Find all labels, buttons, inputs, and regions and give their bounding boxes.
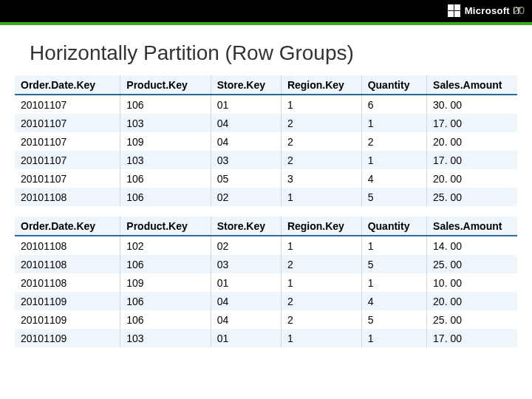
table-cell: 20101109	[15, 329, 120, 347]
row-group-1: Order.Date.KeyProduct.KeyStore.KeyRegion…	[15, 75, 517, 206]
table-cell: 1	[361, 273, 426, 292]
table-cell: 106	[120, 292, 211, 310]
table-cell: 03	[211, 255, 281, 273]
table-cell: 103	[120, 329, 211, 347]
table-cell: 106	[120, 255, 211, 273]
table-cell: 25. 00	[427, 310, 517, 329]
table-cell: 2	[281, 132, 361, 151]
table-cell: 5	[361, 255, 426, 273]
table-cell: 20101107	[15, 151, 120, 169]
table-cell: 106	[120, 169, 211, 188]
table-cell: 30. 00	[427, 95, 517, 114]
table-cell: 1	[361, 236, 426, 255]
table-cell: 04	[211, 114, 281, 132]
table-cell: 01	[211, 329, 281, 347]
table-row: 20101109106042525. 00	[15, 310, 517, 329]
table-cell: 20101107	[15, 114, 120, 132]
table-cell: 20101107	[15, 132, 120, 151]
column-header: Sales.Amount	[427, 216, 517, 236]
column-header: Product.Key	[120, 216, 211, 236]
table-cell: 01	[211, 95, 281, 114]
table-cell: 2	[281, 151, 361, 169]
table-cell: 02	[211, 236, 281, 255]
table-row: 20101107103032117. 00	[15, 151, 517, 169]
table-cell: 102	[120, 236, 211, 255]
table-cell: 20101109	[15, 292, 120, 310]
column-header: Region.Key	[281, 75, 361, 95]
table-container: Order.Date.KeyProduct.KeyStore.KeyRegion…	[0, 75, 532, 347]
column-header: Region.Key	[281, 216, 361, 236]
top-bar: Microsoft IT 20	[0, 0, 532, 25]
group-gap	[15, 206, 517, 216]
table-cell: 02	[211, 188, 281, 206]
table-cell: 20. 00	[427, 132, 517, 151]
column-header: Sales.Amount	[427, 75, 517, 95]
table-cell: 1	[281, 273, 361, 292]
table-cell: 25. 00	[427, 255, 517, 273]
table-cell: 14. 00	[427, 236, 517, 255]
table-cell: 106	[120, 188, 211, 206]
row-group-2: Order.Date.KeyProduct.KeyStore.KeyRegion…	[15, 216, 517, 347]
table-cell: 1	[281, 329, 361, 347]
table-row: 20101109103011117. 00	[15, 329, 517, 347]
table-cell: 20101108	[15, 273, 120, 292]
table-cell: 2	[281, 310, 361, 329]
windows-icon	[448, 4, 460, 17]
column-header: Order.Date.Key	[15, 75, 120, 95]
table-cell: 20101108	[15, 188, 120, 206]
table-cell: 106	[120, 95, 211, 114]
table-cell: 17. 00	[427, 329, 517, 347]
table-cell: 5	[361, 188, 426, 206]
table-cell: 05	[211, 169, 281, 188]
table-cell: 04	[211, 292, 281, 310]
column-header: Store.Key	[211, 216, 281, 236]
table-row: 20101107106053420. 00	[15, 169, 517, 188]
table-cell: 20. 00	[427, 292, 517, 310]
table-cell: 20. 00	[427, 169, 517, 188]
table-cell: 1	[281, 95, 361, 114]
table-cell: 109	[120, 132, 211, 151]
column-header: Order.Date.Key	[15, 216, 120, 236]
table-cell: 20101108	[15, 236, 120, 255]
table-cell: 2	[361, 132, 426, 151]
column-header: Store.Key	[211, 75, 281, 95]
table-row: 20101108109011110. 00	[15, 273, 517, 292]
table-cell: 103	[120, 151, 211, 169]
table-cell: 1	[361, 151, 426, 169]
column-header: Product.Key	[120, 75, 211, 95]
table-cell: 1	[361, 329, 426, 347]
table-cell: 10. 00	[427, 273, 517, 292]
brand-logo: Microsoft IT	[448, 4, 522, 17]
table-cell: 25. 00	[427, 188, 517, 206]
table-cell: 4	[361, 292, 426, 310]
table-cell: 4	[361, 169, 426, 188]
table-cell: 04	[211, 132, 281, 151]
table-cell: 2	[281, 114, 361, 132]
table-cell: 17. 00	[427, 114, 517, 132]
table-cell: 103	[120, 114, 211, 132]
table-row: 20101107106011630. 00	[15, 95, 517, 114]
page-title: Horizontally Partition (Row Groups)	[0, 25, 532, 75]
table-cell: 2	[281, 255, 361, 273]
table-cell: 03	[211, 151, 281, 169]
table-row: 20101109106042420. 00	[15, 292, 517, 310]
table-cell: 5	[361, 310, 426, 329]
table-cell: 17. 00	[427, 151, 517, 169]
brand-name: Microsoft	[465, 5, 510, 16]
table-row: 20101107109042220. 00	[15, 132, 517, 151]
table-cell: 20101109	[15, 310, 120, 329]
table-cell: 3	[281, 169, 361, 188]
column-header: Quantity	[361, 216, 426, 236]
table-cell: 20101107	[15, 95, 120, 114]
table-cell: 04	[211, 310, 281, 329]
table-cell: 2	[281, 292, 361, 310]
table-cell: 1	[361, 114, 426, 132]
table-cell: 109	[120, 273, 211, 292]
column-header: Quantity	[361, 75, 426, 95]
table-cell: 1	[281, 188, 361, 206]
table-row: 20101108106021525. 00	[15, 188, 517, 206]
table-cell: 106	[120, 310, 211, 329]
page-number: 20	[513, 4, 525, 16]
table-row: 20101107103042117. 00	[15, 114, 517, 132]
table-cell: 01	[211, 273, 281, 292]
